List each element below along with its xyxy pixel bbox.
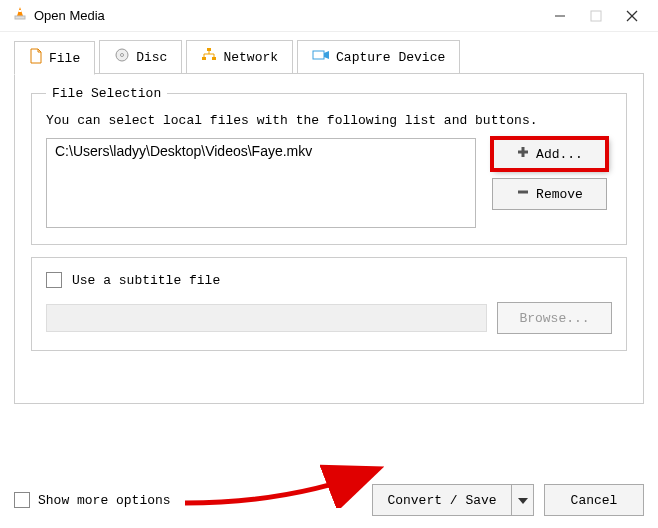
cancel-button[interactable]: Cancel <box>544 484 644 516</box>
chevron-down-icon <box>518 493 528 508</box>
browse-button: Browse... <box>497 302 612 334</box>
tab-capture-label: Capture Device <box>336 50 445 65</box>
browse-button-label: Browse... <box>519 311 589 326</box>
subtitle-checkbox-label: Use a subtitle file <box>72 273 220 288</box>
add-button-label: Add... <box>536 147 583 162</box>
tab-pane-file: File Selection You can select local file… <box>14 73 644 404</box>
svg-rect-11 <box>313 51 324 59</box>
convert-save-button[interactable]: Convert / Save <box>372 484 512 516</box>
plus-icon <box>516 145 530 163</box>
add-button[interactable]: Add... <box>492 138 607 170</box>
cancel-label: Cancel <box>571 493 618 508</box>
tab-capture[interactable]: Capture Device <box>297 40 460 74</box>
svg-rect-8 <box>207 48 211 51</box>
network-icon <box>201 47 217 67</box>
titlebar: Open Media <box>0 0 658 32</box>
convert-save-label: Convert / Save <box>387 493 496 508</box>
maximize-button[interactable] <box>578 2 614 30</box>
minimize-button[interactable] <box>542 2 578 30</box>
remove-button[interactable]: Remove <box>492 178 607 210</box>
svg-rect-3 <box>591 11 601 21</box>
svg-point-7 <box>121 54 124 57</box>
convert-save-combo: Convert / Save <box>372 484 534 516</box>
tab-file-label: File <box>49 51 80 66</box>
tab-bar: File Disc Network Capture Device <box>14 40 644 74</box>
subtitle-checkbox[interactable] <box>46 272 62 288</box>
app-icon <box>12 6 28 26</box>
remove-button-label: Remove <box>536 187 583 202</box>
file-list[interactable]: C:\Users\ladyy\Desktop\Videos\Faye.mkv <box>46 138 476 228</box>
svg-rect-10 <box>212 57 216 60</box>
file-list-item[interactable]: C:\Users\ladyy\Desktop\Videos\Faye.mkv <box>55 143 467 159</box>
tab-file[interactable]: File <box>14 41 95 75</box>
file-selection-group: File Selection You can select local file… <box>31 86 627 245</box>
show-more-label: Show more options <box>38 493 171 508</box>
file-icon <box>29 48 43 68</box>
svg-rect-9 <box>202 57 206 60</box>
tab-disc[interactable]: Disc <box>99 40 182 74</box>
tab-network[interactable]: Network <box>186 40 293 74</box>
file-selection-instruction: You can select local files with the foll… <box>46 113 612 128</box>
window-title: Open Media <box>34 8 542 23</box>
minus-icon <box>516 185 530 203</box>
svg-rect-1 <box>19 10 22 12</box>
subtitle-group: Use a subtitle file Browse... <box>31 257 627 351</box>
file-selection-legend: File Selection <box>46 86 167 101</box>
svg-rect-0 <box>15 16 25 19</box>
subtitle-path-input <box>46 304 487 332</box>
disc-icon <box>114 47 130 67</box>
close-button[interactable] <box>614 2 650 30</box>
capture-icon <box>312 48 330 66</box>
tab-disc-label: Disc <box>136 50 167 65</box>
show-more-checkbox[interactable] <box>14 492 30 508</box>
convert-save-dropdown[interactable] <box>512 484 534 516</box>
tab-network-label: Network <box>223 50 278 65</box>
